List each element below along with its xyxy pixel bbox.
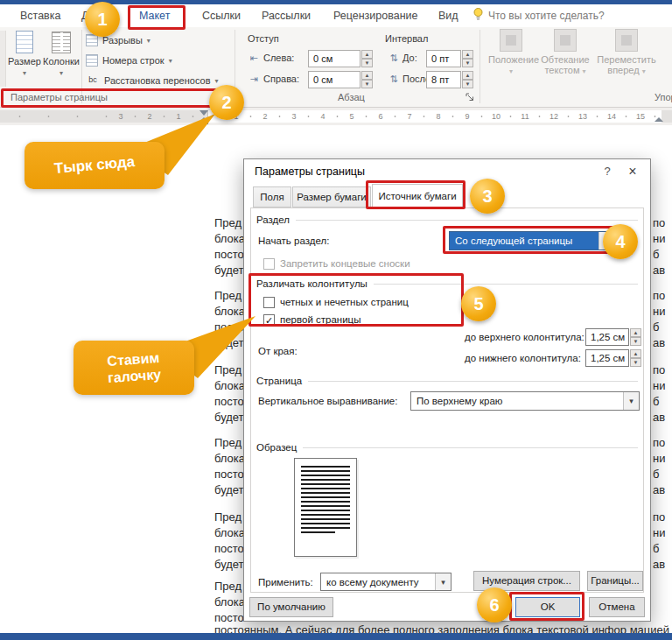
chevron-down-icon: ▾ bbox=[60, 69, 63, 77]
tab-review[interactable]: Рецензирование bbox=[331, 4, 421, 27]
footer-distance-spin[interactable]: 1,25 см ▲▼ bbox=[585, 349, 641, 367]
stepper-up-icon[interactable]: ▲ bbox=[630, 349, 641, 358]
indent-right-value[interactable]: 0 см bbox=[308, 71, 360, 88]
tell-me-box[interactable]: Что вы хотите сделать? bbox=[472, 4, 605, 27]
tab-paper-size[interactable]: Размер бумаги bbox=[292, 186, 371, 207]
vertical-alignment-label: Вертикальное выравнивание: bbox=[258, 396, 397, 406]
doc-text-fragment: Пред bbox=[214, 510, 242, 524]
apply-to-combo[interactable]: ко всему документу ▾ bbox=[320, 573, 452, 591]
stepper-down-icon[interactable]: ▼ bbox=[462, 80, 473, 88]
help-button[interactable]: ? bbox=[598, 163, 617, 180]
bring-forward-button[interactable]: Переместить вперед ▾ bbox=[597, 29, 656, 77]
chevron-down-icon: ▾ bbox=[169, 57, 172, 65]
doc-text-fragment: ав bbox=[653, 411, 665, 424]
columns-button[interactable]: Колонки ▾ bbox=[42, 29, 80, 77]
chevron-down-icon[interactable]: ▾ bbox=[435, 573, 451, 590]
first-page-checkbox[interactable]: ✓ bbox=[263, 314, 275, 326]
tab-margins[interactable]: Поля bbox=[253, 186, 291, 207]
indent-right-spin[interactable]: 0 см ▲▼ bbox=[308, 71, 373, 88]
divider bbox=[374, 284, 638, 285]
tab-mailings[interactable]: Рассылки bbox=[259, 4, 313, 27]
spacing-after-spin[interactable]: 8 пт ▲▼ bbox=[426, 71, 473, 88]
vertical-alignment-value: По верхнему краю bbox=[411, 392, 623, 410]
ruler-number: 2 bbox=[145, 112, 154, 121]
spacing-before-label: До: bbox=[402, 53, 417, 63]
doc-text-fragment: ни bbox=[653, 232, 665, 245]
borders-button[interactable]: Границы... bbox=[587, 571, 643, 591]
stepper-up-icon[interactable]: ▲ bbox=[462, 71, 473, 80]
doc-text-fragment: будет bbox=[214, 264, 244, 277]
preview-text-line bbox=[301, 488, 350, 489]
stepper-down-icon[interactable]: ▼ bbox=[462, 59, 473, 67]
preview-text-line bbox=[301, 479, 350, 481]
chevron-down-icon[interactable]: ▾ bbox=[623, 392, 639, 410]
spacing-after-value[interactable]: 8 пт bbox=[426, 71, 461, 88]
stepper-arrows: ▲▼ bbox=[361, 71, 373, 88]
sample-group-header: Образец bbox=[256, 442, 638, 453]
tab-view[interactable]: Вид bbox=[436, 4, 461, 27]
preview-text-line bbox=[301, 483, 350, 485]
spacing-before-spin[interactable]: 0 пт ▲▼ bbox=[426, 50, 473, 67]
doc-text-fragment: Пред bbox=[214, 363, 242, 376]
doc-text-fragment: блока bbox=[214, 595, 245, 608]
stepper-up-icon[interactable]: ▲ bbox=[462, 50, 473, 59]
tab-layout[interactable]: Макет bbox=[136, 4, 172, 27]
vertical-alignment-combo[interactable]: По верхнему краю ▾ bbox=[410, 391, 640, 411]
default-button[interactable]: По умолчанию bbox=[249, 597, 333, 617]
stepper-down-icon[interactable]: ▼ bbox=[630, 337, 641, 346]
spacing-before-value[interactable]: 0 пт bbox=[426, 50, 461, 67]
page-setup-group-label: Параметры страницы bbox=[10, 92, 108, 102]
ok-button[interactable]: OK bbox=[515, 597, 580, 617]
doc-text-fragment: ни bbox=[653, 452, 665, 465]
doc-text-fragment: б bbox=[653, 248, 659, 261]
close-icon[interactable]: × bbox=[622, 163, 643, 180]
position-button[interactable]: Положение ▾ bbox=[488, 29, 534, 77]
doc-text-fragment: Пред bbox=[214, 580, 242, 593]
hyphenation-button[interactable]: bc Расстановка переносов ▾ bbox=[86, 72, 219, 89]
ruler-number: 9 bbox=[463, 112, 472, 121]
doc-text-fragment: по bbox=[653, 510, 665, 524]
section-header-label: Раздел bbox=[256, 215, 290, 225]
suppress-endnotes-checkbox[interactable] bbox=[263, 258, 275, 270]
stepper-down-icon[interactable]: ▼ bbox=[630, 358, 641, 367]
tab-insert[interactable]: Вставка bbox=[18, 4, 63, 27]
stepper-up-icon[interactable]: ▲ bbox=[630, 328, 641, 337]
ruler[interactable]: 321123456789101112131415 bbox=[0, 108, 672, 125]
stepper-down-icon[interactable]: ▼ bbox=[361, 80, 373, 88]
doc-text-fragment: посто bbox=[214, 542, 244, 555]
ruler-number: 6 bbox=[376, 112, 385, 121]
clipped-button[interactable] bbox=[0, 31, 6, 87]
left-indent-marker[interactable] bbox=[200, 122, 208, 124]
step-badge-3: 3 bbox=[470, 179, 505, 214]
paragraph-dialog-launcher[interactable] bbox=[466, 93, 477, 104]
doc-text-fragment: по bbox=[653, 363, 665, 376]
ruler-number: 11 bbox=[521, 112, 529, 121]
preview-text-line bbox=[301, 470, 350, 472]
tab-references[interactable]: Ссылки bbox=[200, 4, 243, 27]
header-distance-spin[interactable]: 1,25 см ▲▼ bbox=[585, 328, 641, 346]
stepper-up-icon[interactable]: ▲ bbox=[361, 50, 373, 59]
page-break-icon bbox=[86, 34, 98, 46]
stepper-up-icon[interactable]: ▲ bbox=[361, 71, 373, 80]
section-start-combo[interactable]: Со следующей страницы ▾ bbox=[449, 231, 615, 250]
right-indent-marker[interactable] bbox=[654, 117, 663, 122]
stepper-down-icon[interactable]: ▼ bbox=[361, 59, 373, 67]
first-line-indent-marker[interactable] bbox=[200, 110, 208, 116]
tab-paper-source[interactable]: Источник бумаги bbox=[372, 184, 463, 208]
position-icon bbox=[500, 29, 522, 52]
indent-right-label: Справа: bbox=[263, 74, 299, 84]
headers-footers-group-header: Различать колонтитулы bbox=[256, 278, 638, 289]
indent-left-spin[interactable]: 0 см ▲▼ bbox=[308, 50, 373, 67]
apply-to-label: Применить: bbox=[258, 577, 313, 587]
wrap-text-button[interactable]: Обтекание текстом ▾ bbox=[537, 29, 593, 77]
header-distance-value[interactable]: 1,25 см bbox=[585, 328, 629, 346]
indent-left-value[interactable]: 0 см bbox=[308, 50, 360, 67]
line-numbers-button[interactable]: Номера строк ▾ bbox=[86, 52, 172, 69]
footer-distance-value[interactable]: 1,25 см bbox=[585, 349, 629, 367]
page-size-button[interactable]: Размер ▾ bbox=[7, 29, 42, 77]
wrap-text-icon bbox=[554, 29, 577, 52]
cancel-button[interactable]: Отмена bbox=[589, 597, 645, 617]
ruler-number: 12 bbox=[550, 112, 558, 121]
odd-even-checkbox[interactable] bbox=[263, 297, 275, 308]
doc-text-fragment: будет bbox=[214, 411, 244, 424]
